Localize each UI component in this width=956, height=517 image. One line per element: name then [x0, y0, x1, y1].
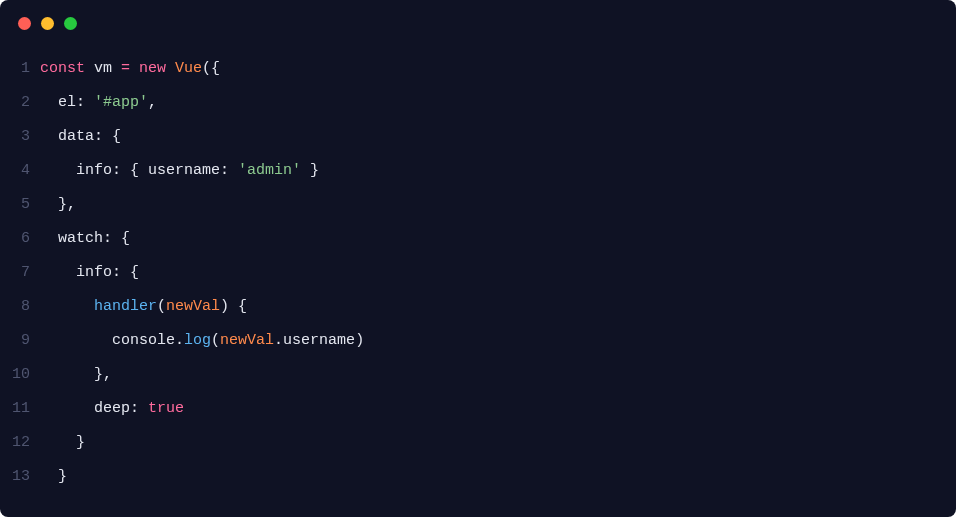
- line-number: 2: [0, 86, 40, 120]
- token-prop: username: [148, 162, 220, 179]
- code-content[interactable]: }: [40, 426, 956, 460]
- indent: [40, 230, 58, 247]
- code-line[interactable]: 4 info: { username: 'admin' }: [0, 154, 956, 188]
- token-param: newVal: [166, 298, 220, 315]
- code-content[interactable]: },: [40, 188, 956, 222]
- code-line[interactable]: 8 handler(newVal) {: [0, 290, 956, 324]
- token-id: console: [112, 332, 175, 349]
- indent: [40, 162, 76, 179]
- token-dot2: .: [175, 332, 184, 349]
- indent: [40, 128, 58, 145]
- code-line[interactable]: 13 }: [0, 460, 956, 494]
- code-content[interactable]: el: '#app',: [40, 86, 956, 120]
- code-line[interactable]: 5 },: [0, 188, 956, 222]
- code-content[interactable]: }: [40, 460, 956, 494]
- code-line[interactable]: 9 console.log(newVal.username): [0, 324, 956, 358]
- token-cls: Vue: [175, 60, 202, 77]
- token-kw: =: [121, 60, 130, 77]
- token-punc: }: [58, 468, 67, 485]
- code-content[interactable]: const vm = new Vue({: [40, 52, 956, 86]
- token-punc: [112, 60, 121, 77]
- token-punc: : {: [103, 230, 130, 247]
- window-zoom-dot[interactable]: [64, 17, 77, 30]
- line-number: 11: [0, 392, 40, 426]
- token-punc: ) {: [220, 298, 247, 315]
- code-line[interactable]: 7 info: {: [0, 256, 956, 290]
- window-close-dot[interactable]: [18, 17, 31, 30]
- indent: [40, 196, 58, 213]
- token-param: newVal: [220, 332, 274, 349]
- indent: [40, 434, 76, 451]
- code-content[interactable]: info: {: [40, 256, 956, 290]
- token-punc: (: [157, 298, 166, 315]
- token-var: vm: [94, 60, 112, 77]
- line-number: 4: [0, 154, 40, 188]
- code-content[interactable]: info: { username: 'admin' }: [40, 154, 956, 188]
- indent: [40, 298, 94, 315]
- token-prop: data: [58, 128, 94, 145]
- token-kw: new: [139, 60, 175, 77]
- token-kw: const: [40, 60, 94, 77]
- window-minimize-dot[interactable]: [41, 17, 54, 30]
- editor-window: 1const vm = new Vue({2 el: '#app',3 data…: [0, 0, 956, 517]
- token-fn: log: [184, 332, 211, 349]
- token-punc: :: [130, 400, 148, 417]
- token-punc: }: [301, 162, 319, 179]
- indent: [40, 94, 58, 111]
- line-number: 1: [0, 52, 40, 86]
- token-punc: :: [220, 162, 238, 179]
- indent: [40, 400, 94, 417]
- indent: [40, 468, 58, 485]
- token-prop: deep: [94, 400, 130, 417]
- indent: [40, 264, 76, 281]
- line-number: 8: [0, 290, 40, 324]
- titlebar: [0, 0, 956, 46]
- token-fn: handler: [94, 298, 157, 315]
- code-line[interactable]: 11 deep: true: [0, 392, 956, 426]
- token-punc: : {: [94, 128, 121, 145]
- token-kw: true: [148, 400, 184, 417]
- token-punc: ,: [148, 94, 157, 111]
- indent: [40, 366, 94, 383]
- line-number: 9: [0, 324, 40, 358]
- code-line[interactable]: 6 watch: {: [0, 222, 956, 256]
- token-punc: },: [58, 196, 76, 213]
- token-punc: }: [76, 434, 85, 451]
- code-content[interactable]: },: [40, 358, 956, 392]
- token-prop: info: [76, 264, 112, 281]
- token-punc: :: [76, 94, 94, 111]
- line-number: 13: [0, 460, 40, 494]
- token-punc: },: [94, 366, 112, 383]
- token-str: '#app': [94, 94, 148, 111]
- token-punc: (: [211, 332, 220, 349]
- token-prop: username: [283, 332, 355, 349]
- token-prop: el: [58, 94, 76, 111]
- code-line[interactable]: 1const vm = new Vue({: [0, 52, 956, 86]
- token-prop: info: [76, 162, 112, 179]
- code-content[interactable]: console.log(newVal.username): [40, 324, 956, 358]
- code-line[interactable]: 12 }: [0, 426, 956, 460]
- line-number: 12: [0, 426, 40, 460]
- indent: [40, 332, 112, 349]
- code-content[interactable]: deep: true: [40, 392, 956, 426]
- token-dot2: .: [274, 332, 283, 349]
- line-number: 3: [0, 120, 40, 154]
- line-number: 6: [0, 222, 40, 256]
- code-line[interactable]: 10 },: [0, 358, 956, 392]
- code-content[interactable]: watch: {: [40, 222, 956, 256]
- token-punc: : {: [112, 162, 148, 179]
- line-number: 5: [0, 188, 40, 222]
- code-line[interactable]: 2 el: '#app',: [0, 86, 956, 120]
- line-number: 7: [0, 256, 40, 290]
- token-prop: watch: [58, 230, 103, 247]
- token-punc: ({: [202, 60, 220, 77]
- token-punc: : {: [112, 264, 139, 281]
- token-punc: ): [355, 332, 364, 349]
- code-line[interactable]: 3 data: {: [0, 120, 956, 154]
- code-content[interactable]: handler(newVal) {: [40, 290, 956, 324]
- code-content[interactable]: data: {: [40, 120, 956, 154]
- token-punc: [130, 60, 139, 77]
- token-str: 'admin': [238, 162, 301, 179]
- code-area[interactable]: 1const vm = new Vue({2 el: '#app',3 data…: [0, 46, 956, 494]
- line-number: 10: [0, 358, 40, 392]
